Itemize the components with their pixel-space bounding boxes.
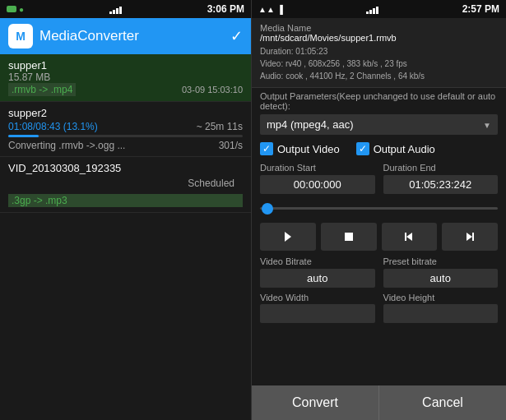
output-audio-checkbox[interactable]: ✓ Output Audio (356, 142, 435, 155)
video-width-field: Video Width (260, 293, 375, 323)
scheduled-row: Scheduled (8, 174, 243, 192)
battery-icon-left (7, 6, 16, 12)
app-title: MediaConverter (39, 28, 230, 44)
output-video-check-box: ✓ (260, 142, 273, 155)
video-height-label: Video Height (383, 293, 499, 302)
file-item-vid[interactable]: VID_20130308_192335 Scheduled .3gp -> .m… (0, 157, 251, 213)
converting-label-2: Converting .rmvb ->.ogg ... (8, 140, 125, 151)
time-left: 3:06 PM (207, 3, 244, 15)
file-eta-2: ~ 25m 11s (197, 121, 243, 132)
video-height-input[interactable] (383, 304, 499, 323)
file-speed-2: 301/s (219, 140, 243, 151)
play-button[interactable] (260, 223, 316, 251)
dimension-row: Video Width Video Height (252, 290, 506, 325)
play-icon (282, 231, 294, 242)
signal-bars-right (366, 4, 378, 14)
status-bar-left: ● 3:06 PM (0, 0, 251, 18)
video-width-label: Video Width (260, 293, 375, 302)
file-name-2: supper2 (8, 107, 243, 119)
svg-marker-2 (406, 233, 412, 241)
file-conversion-label-3: .3gp -> .mp3 (8, 194, 243, 207)
svg-marker-0 (285, 232, 291, 242)
format-select-wrapper[interactable]: mp4 (mpeg4, aac) (260, 114, 498, 135)
app-header: M MediaConverter ✓ (0, 18, 251, 54)
signal-bars-left (109, 4, 122, 14)
format-select[interactable]: mp4 (mpeg4, aac) (260, 114, 498, 135)
video-height-field: Video Height (383, 293, 499, 323)
bitrate-row: Video Bitrate auto Preset bitrate auto (252, 254, 506, 290)
progress-bar-fill-2 (8, 135, 39, 137)
file-name-1: supper1 (8, 59, 243, 72)
svg-marker-4 (467, 233, 472, 241)
time-right: 2:57 PM (462, 3, 499, 15)
scrubber-handle[interactable] (262, 203, 273, 215)
scrubber-track[interactable] (260, 207, 498, 210)
duration-start-label: Duration Start (260, 163, 375, 173)
stop-icon (343, 231, 355, 242)
output-video-label: Output Video (277, 143, 340, 155)
action-buttons: Convert Cancel (252, 385, 506, 420)
media-name-label: Media Name (260, 23, 498, 33)
skip-back-icon (403, 231, 415, 242)
duration-row: Duration Start Duration End (252, 159, 506, 197)
duration-start-input[interactable] (260, 175, 375, 194)
media-info-section: Media Name /mnt/sdcard/Movies/supper1.rm… (252, 18, 506, 88)
preset-bitrate-label: Preset bitrate (383, 256, 499, 266)
skip-back-button[interactable] (382, 223, 438, 251)
duration-start-field: Duration Start (260, 163, 375, 194)
preset-bitrate-select[interactable]: auto (383, 269, 499, 288)
output-options-row: ✓ Output Video ✓ Output Audio (252, 138, 506, 159)
skip-forward-icon (464, 231, 476, 242)
left-panel: ● 3:06 PM M MediaConverter ✓ supper1 15.… (0, 0, 251, 420)
right-panel: ▲▲ ▐ 2:57 PM Media Name /mnt/sdcard/Movi… (251, 0, 506, 420)
transport-controls (252, 219, 506, 254)
video-bitrate-field: Video Bitrate auto (260, 256, 375, 288)
file-progress-2: 01:08/08:43 (13.1%) (8, 121, 98, 132)
android-icon: ● (19, 5, 24, 14)
stop-button[interactable] (321, 223, 377, 251)
video-bitrate-select[interactable]: auto (260, 269, 375, 288)
file-size-1: 15.87 MB (8, 72, 243, 83)
wifi-icon: ▲▲ (258, 5, 275, 14)
svg-rect-3 (405, 233, 406, 241)
status-icons-left: ● (7, 5, 24, 14)
video-bitrate-label: Video Bitrate (260, 256, 375, 266)
file-name-3: VID_20130308_192335 (8, 162, 243, 174)
progress-bar-container-2 (8, 135, 243, 137)
file-list: supper1 15.87 MB .rmvb -> .mp4 03-09 15:… (0, 54, 251, 420)
scrubber-area[interactable] (252, 197, 506, 219)
status-bar-right: ▲▲ ▐ 2:57 PM (252, 0, 506, 18)
app-logo: M (8, 24, 33, 48)
convert-button[interactable]: Convert (252, 385, 378, 420)
output-params-label: Output Parameters(Keep unchanged to use … (260, 91, 498, 111)
svg-rect-5 (472, 233, 474, 241)
video-width-input[interactable] (260, 304, 375, 323)
svg-rect-1 (345, 233, 353, 241)
duration-end-input[interactable] (383, 175, 499, 194)
file-item-supper1[interactable]: supper1 15.87 MB .rmvb -> .mp4 03-09 15:… (0, 54, 251, 102)
confirm-icon[interactable]: ✓ (230, 27, 243, 45)
file-date-1: 03-09 15:03:10 (182, 85, 243, 95)
signal-icon-right: ▐ (277, 5, 283, 14)
skip-forward-button[interactable] (442, 223, 498, 251)
file-conversion-label-1: .rmvb -> .mp4 (8, 83, 76, 96)
media-detail-duration: Duration: 01:05:23 Video: rv40 , 608x256… (260, 45, 498, 82)
output-audio-check-box: ✓ (356, 142, 369, 155)
output-video-checkbox[interactable]: ✓ Output Video (260, 142, 340, 155)
file-item-supper2[interactable]: supper2 01:08/08:43 (13.1%) ~ 25m 11s Co… (0, 102, 251, 157)
media-path: /mnt/sdcard/Movies/supper1.rmvb (260, 33, 498, 43)
output-audio-label: Output Audio (374, 143, 435, 155)
output-params-section: Output Parameters(Keep unchanged to use … (252, 88, 506, 138)
preset-bitrate-field: Preset bitrate auto (383, 256, 499, 288)
status-icons-right: ▲▲ ▐ (258, 5, 283, 14)
duration-end-label: Duration End (383, 163, 499, 173)
scheduled-badge: Scheduled (188, 178, 234, 189)
cancel-button[interactable]: Cancel (378, 385, 506, 420)
duration-end-field: Duration End (383, 163, 499, 194)
